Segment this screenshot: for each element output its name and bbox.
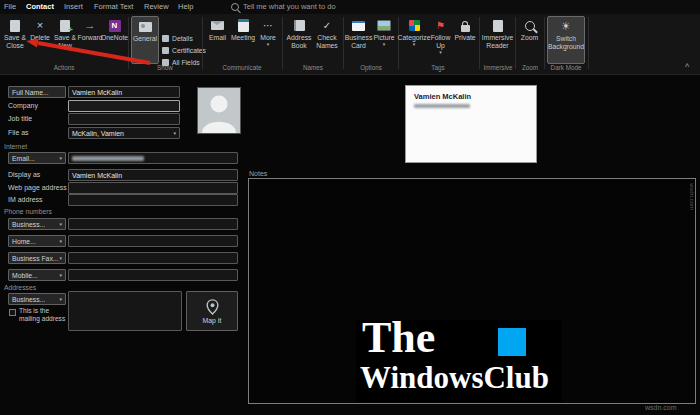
ribbon: Save & Close × Delete Save & New → Forwa… bbox=[0, 14, 700, 75]
check-names-button[interactable]: ✓ Check Names bbox=[313, 16, 341, 64]
business-card-button[interactable]: Business Card bbox=[345, 16, 372, 64]
display-as-field[interactable]: Vamien McKalin bbox=[68, 169, 238, 181]
onenote-button[interactable]: N OneNote bbox=[102, 16, 127, 64]
forward-button[interactable]: → Forward bbox=[78, 16, 102, 64]
notes-label: Notes bbox=[249, 170, 267, 177]
zoom-button[interactable]: Zoom bbox=[517, 16, 542, 64]
mailing-address-label: This is the mailing address bbox=[19, 307, 67, 323]
address-book-button[interactable]: Address Book bbox=[285, 16, 313, 64]
delete-icon: × bbox=[37, 18, 43, 33]
certificates-button[interactable]: Certificates bbox=[162, 45, 206, 56]
save-new-button[interactable]: Save & New bbox=[52, 16, 78, 64]
company-label: Company bbox=[8, 102, 38, 109]
forward-icon: → bbox=[85, 18, 96, 33]
save-close-icon bbox=[10, 18, 20, 33]
group-label-dark-mode: Dark Mode bbox=[545, 64, 587, 71]
follow-up-flag-icon: ⚑ bbox=[436, 18, 445, 33]
details-button[interactable]: Details bbox=[162, 33, 193, 44]
map-it-button[interactable]: Map It bbox=[186, 291, 238, 331]
phone-home-field[interactable] bbox=[68, 235, 238, 247]
delete-button[interactable]: × Delete bbox=[28, 16, 52, 64]
map-pin-icon bbox=[206, 299, 219, 315]
group-label-show: Show bbox=[130, 64, 200, 71]
tell-me-search[interactable]: Tell me what you want to do bbox=[243, 0, 336, 14]
address-book-icon bbox=[294, 18, 305, 33]
phone-mobile-field[interactable] bbox=[68, 269, 238, 281]
phone-business-fax-button[interactable]: Business Fax... ▾ bbox=[8, 252, 66, 264]
phone-home-button[interactable]: Home... ▾ bbox=[8, 235, 66, 247]
general-button[interactable]: General bbox=[131, 16, 159, 64]
redacted-email-value bbox=[72, 156, 144, 161]
outlook-contact-window: File Contact Insert Format Text Review H… bbox=[0, 0, 700, 415]
tab-format-text[interactable]: Format Text bbox=[94, 0, 133, 14]
group-separator bbox=[282, 17, 283, 69]
web-page-field[interactable] bbox=[68, 182, 238, 194]
full-name-field[interactable]: Vamien McKalin bbox=[68, 86, 180, 98]
address-business-button[interactable]: Business... ▾ bbox=[8, 293, 66, 305]
follow-up-button[interactable]: ⚑ Follow Up ▾ bbox=[428, 16, 453, 64]
phone-business-field[interactable] bbox=[68, 218, 238, 230]
group-separator bbox=[398, 17, 399, 69]
logo-word-the: The bbox=[362, 312, 435, 363]
job-title-field[interactable] bbox=[68, 113, 180, 125]
sun-icon: ☀ bbox=[561, 19, 571, 34]
general-icon bbox=[139, 19, 152, 34]
categorize-icon bbox=[409, 18, 420, 33]
group-label-tags: Tags bbox=[399, 64, 477, 71]
file-as-dropdown[interactable]: McKalin, Vamien ▾ bbox=[68, 127, 180, 139]
group-separator bbox=[202, 17, 203, 69]
group-separator bbox=[128, 17, 129, 69]
logo-word-windowsclub: WindowsClub bbox=[360, 360, 549, 396]
immersive-reader-button[interactable]: Immersive Reader bbox=[481, 16, 514, 64]
group-label-zoom: Zoom bbox=[516, 64, 544, 71]
email-type-button[interactable]: Email... ▾ bbox=[8, 152, 66, 164]
full-name-button[interactable]: Full Name... bbox=[8, 86, 66, 98]
group-label-names: Names bbox=[284, 64, 342, 71]
corner-watermark: wsdn.com bbox=[645, 404, 677, 411]
more-button[interactable]: ⋯ More ▾ bbox=[256, 16, 280, 64]
chevron-down-icon: ▾ bbox=[59, 296, 62, 302]
email-button[interactable]: Email bbox=[205, 16, 230, 64]
phone-business-button[interactable]: Business... ▾ bbox=[8, 218, 66, 230]
tab-help[interactable]: Help bbox=[178, 0, 193, 14]
chevron-down-icon: ▾ bbox=[59, 155, 62, 161]
lock-icon bbox=[461, 18, 470, 33]
business-card-preview[interactable]: Vamien McKalin bbox=[405, 85, 537, 163]
file-as-label: File as bbox=[8, 129, 29, 136]
check-names-icon: ✓ bbox=[323, 18, 331, 33]
addresses-section-label: Addresses bbox=[4, 284, 36, 291]
private-button[interactable]: Private bbox=[453, 16, 477, 64]
chevron-down-icon: ▾ bbox=[59, 272, 62, 278]
tab-file[interactable]: File bbox=[4, 0, 16, 14]
web-page-label: Web page address bbox=[8, 184, 67, 191]
meeting-icon bbox=[238, 18, 249, 33]
tab-contact[interactable]: Contact bbox=[26, 0, 54, 14]
categorize-button[interactable]: Categorize ▾ bbox=[400, 16, 428, 64]
mailing-address-checkbox[interactable] bbox=[9, 309, 16, 316]
address-field[interactable] bbox=[68, 291, 182, 331]
save-new-icon bbox=[60, 18, 70, 33]
onenote-icon: N bbox=[109, 18, 121, 33]
email-field[interactable] bbox=[68, 152, 238, 164]
meeting-button[interactable]: Meeting bbox=[230, 16, 256, 64]
chevron-down-icon: ▾ bbox=[383, 42, 386, 48]
tab-review[interactable]: Review bbox=[144, 0, 169, 14]
email-icon bbox=[211, 18, 224, 33]
group-separator bbox=[544, 17, 545, 69]
chevron-down-icon: ▾ bbox=[413, 42, 416, 48]
collapse-ribbon-icon[interactable]: ^ bbox=[685, 62, 689, 72]
picture-icon bbox=[377, 18, 391, 33]
internet-section-label: Internet bbox=[4, 143, 27, 150]
im-address-field[interactable] bbox=[68, 194, 238, 206]
phone-mobile-button[interactable]: Mobile... ▾ bbox=[8, 269, 66, 281]
switch-background-button[interactable]: ☀ Switch Background bbox=[547, 16, 585, 64]
logo-square-icon bbox=[498, 328, 526, 356]
contact-photo-placeholder[interactable] bbox=[197, 87, 241, 134]
save-close-button[interactable]: Save & Close bbox=[2, 16, 28, 64]
picture-button[interactable]: Picture ▾ bbox=[372, 16, 396, 64]
group-label-options: Options bbox=[344, 64, 398, 71]
company-field[interactable] bbox=[68, 100, 180, 112]
phone-business-fax-field[interactable] bbox=[68, 252, 238, 264]
tab-insert[interactable]: Insert bbox=[64, 0, 83, 14]
search-icon bbox=[231, 3, 239, 11]
